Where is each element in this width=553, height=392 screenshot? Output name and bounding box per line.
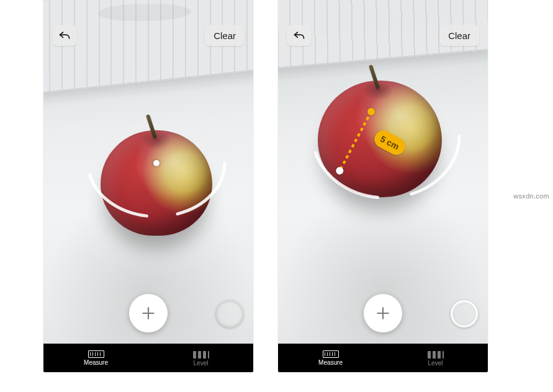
add-point-button[interactable] xyxy=(129,294,168,332)
tab-bar: Measure Level xyxy=(278,344,488,372)
clear-button[interactable]: Clear xyxy=(205,25,245,46)
plus-icon xyxy=(375,305,391,321)
tab-measure[interactable]: Measure xyxy=(43,344,148,372)
ruler-icon xyxy=(88,350,104,358)
undo-button[interactable] xyxy=(287,25,312,46)
level-icon xyxy=(193,351,209,359)
undo-arrow-icon xyxy=(58,30,71,41)
tab-measure-label: Measure xyxy=(318,359,343,366)
tab-measure-label: Measure xyxy=(84,359,108,366)
phone-screenshot-right: 5 cm Clear Measure Level xyxy=(278,0,488,372)
clear-button-label: Clear xyxy=(448,30,470,41)
tab-measure[interactable]: Measure xyxy=(278,344,383,372)
tab-level-label: Level xyxy=(428,360,443,367)
tab-bar: Measure Level xyxy=(43,344,253,372)
tab-level[interactable]: Level xyxy=(383,344,488,372)
undo-arrow-icon xyxy=(293,30,305,41)
phone-screenshot-left: Clear Measure Level xyxy=(43,0,253,372)
clear-button[interactable]: Clear xyxy=(439,25,479,46)
tab-level-label: Level xyxy=(194,360,209,367)
shutter-button[interactable] xyxy=(451,300,478,327)
add-point-button[interactable] xyxy=(364,294,402,332)
level-icon xyxy=(428,351,444,359)
tab-level[interactable]: Level xyxy=(148,344,253,372)
undo-button[interactable] xyxy=(52,25,77,46)
screenshot-pair: Clear Measure Level xyxy=(0,0,553,392)
clear-button-label: Clear xyxy=(214,30,236,41)
shutter-button[interactable] xyxy=(216,300,243,327)
ruler-icon xyxy=(323,350,339,358)
watermark: wsxdn.com xyxy=(513,192,549,200)
apple-object xyxy=(101,130,212,236)
plus-icon xyxy=(140,305,156,321)
